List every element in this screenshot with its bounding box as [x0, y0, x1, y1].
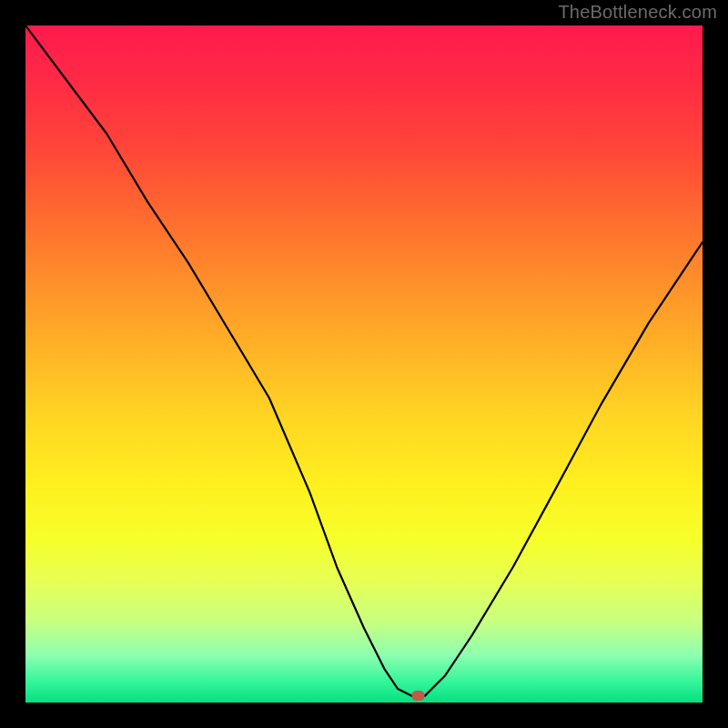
bottleneck-curve: [25, 25, 703, 696]
chart-frame: TheBottleneck.com: [0, 0, 728, 728]
watermark-text: TheBottleneck.com: [558, 2, 717, 23]
optimum-marker: [412, 691, 425, 701]
chart-svg: [25, 25, 703, 703]
plot-area: [25, 25, 703, 703]
